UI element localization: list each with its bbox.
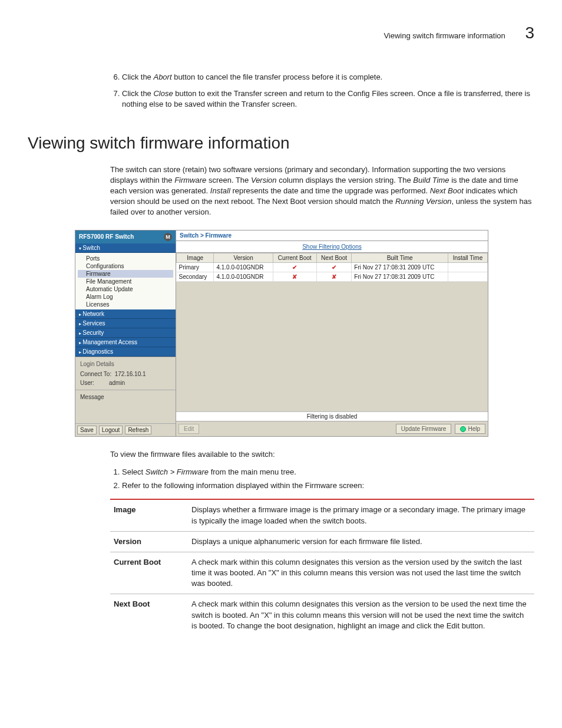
def-term: Version [110, 531, 188, 552]
show-filtering-link[interactable]: Show Filtering Options [176, 241, 488, 253]
def-desc: Displays whether a firmware image is the… [188, 499, 534, 531]
col-current-boot[interactable]: Current Boot [273, 253, 316, 262]
help-button[interactable]: Help [455, 424, 485, 434]
col-version[interactable]: Version [214, 253, 273, 262]
nav-section[interactable]: Management Access [75, 338, 176, 347]
product-banner: RFS7000 RF Switch M [75, 230, 176, 243]
pre-steps-list: Click the Abort button to cancel the fil… [122, 72, 534, 110]
chapter-number: 3 [525, 24, 534, 42]
tree-item[interactable]: File Management [78, 278, 173, 285]
col-built-time[interactable]: Built Time [352, 253, 448, 262]
message-box: Message [75, 390, 176, 423]
nav-section[interactable]: Security [75, 328, 176, 338]
logo-icon: M [164, 233, 172, 241]
login-details: Login Details Connect To: 172.16.10.1 Us… [75, 357, 176, 390]
running-title: Viewing switch firmware information [384, 31, 505, 40]
col-install-time[interactable]: Install Time [448, 253, 487, 262]
nav-panel: Switch Ports Configurations Firmware Fil… [75, 243, 176, 357]
tree-item[interactable]: Configurations [78, 262, 173, 270]
def-term: Image [110, 499, 188, 531]
def-row: Image Displays whether a firmware image … [110, 499, 534, 531]
post-step-1: Select Switch > Firmware from the main m… [122, 467, 534, 476]
filter-status: Filtering is disabled [176, 411, 488, 421]
table-row[interactable]: Secondary 4.1.0.0-010GNDR ✘ ✘ Fri Nov 27… [177, 272, 488, 281]
def-row: Next Boot A check mark within this colum… [110, 594, 534, 636]
step-6: Click the Abort button to cancel the fil… [122, 72, 534, 83]
app-screenshot: RFS7000 RF Switch M Switch Ports Configu… [75, 230, 488, 437]
running-header: Viewing switch firmware information 3 [28, 24, 534, 42]
def-term: Next Boot [110, 594, 188, 636]
def-row: Version Displays a unique alphanumeric v… [110, 531, 534, 552]
tree-item[interactable]: Automatic Update [78, 285, 173, 293]
nav-section[interactable]: Services [75, 319, 176, 328]
save-button[interactable]: Save [77, 426, 97, 434]
firmware-table: Image Version Current Boot Next Boot Bui… [176, 253, 488, 282]
def-desc: A check mark within this column designat… [188, 594, 534, 636]
check-icon: ✔ [332, 264, 336, 271]
col-image[interactable]: Image [177, 253, 214, 262]
def-desc: A check mark within this column designat… [188, 552, 534, 594]
tree-item[interactable]: Ports [78, 255, 173, 262]
nav-section[interactable]: Network [75, 309, 176, 319]
help-icon [460, 426, 466, 432]
table-row[interactable]: Primary 4.1.0.0-010GNDR ✔ ✔ Fri Nov 27 1… [177, 262, 488, 272]
x-icon: ✘ [292, 274, 297, 280]
refresh-button[interactable]: Refresh [125, 426, 151, 434]
edit-button[interactable]: Edit [178, 424, 199, 434]
update-firmware-button[interactable]: Update Firmware [396, 424, 452, 434]
tree-item-selected[interactable]: Firmware [78, 270, 173, 278]
x-icon: ✘ [332, 274, 336, 280]
logout-button[interactable]: Logout [99, 426, 123, 434]
breadcrumb: Switch > Firmware [176, 230, 488, 241]
nav-section[interactable]: Diagnostics [75, 347, 176, 357]
tree-item[interactable]: Licenses [78, 301, 173, 308]
step-7: Click the Close button to exit the Trans… [122, 88, 534, 110]
col-next-boot[interactable]: Next Boot [316, 253, 352, 262]
post-step-2: Refer to the following information displ… [122, 481, 534, 490]
definitions-table: Image Displays whether a firmware image … [110, 499, 534, 636]
def-row: Current Boot A check mark within this co… [110, 552, 534, 594]
post-intro: To view the firmware files available to … [110, 449, 534, 460]
tree-item[interactable]: Alarm Log [78, 293, 173, 301]
nav-section-switch[interactable]: Switch [75, 243, 176, 253]
intro-paragraph: The switch can store (retain) two softwa… [110, 164, 534, 218]
check-icon: ✔ [292, 264, 297, 271]
post-steps-list: Select Switch > Firmware from the main m… [122, 467, 534, 490]
def-desc: Displays a unique alphanumeric version f… [188, 531, 534, 552]
def-term: Current Boot [110, 552, 188, 594]
nav-tree: Ports Configurations Firmware File Manag… [75, 253, 176, 309]
section-heading: Viewing switch firmware information [28, 134, 534, 153]
